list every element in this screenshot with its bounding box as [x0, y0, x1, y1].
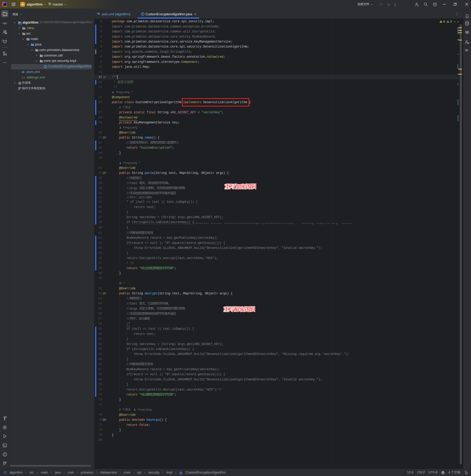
svg-text:?: ? — [5, 32, 6, 34]
